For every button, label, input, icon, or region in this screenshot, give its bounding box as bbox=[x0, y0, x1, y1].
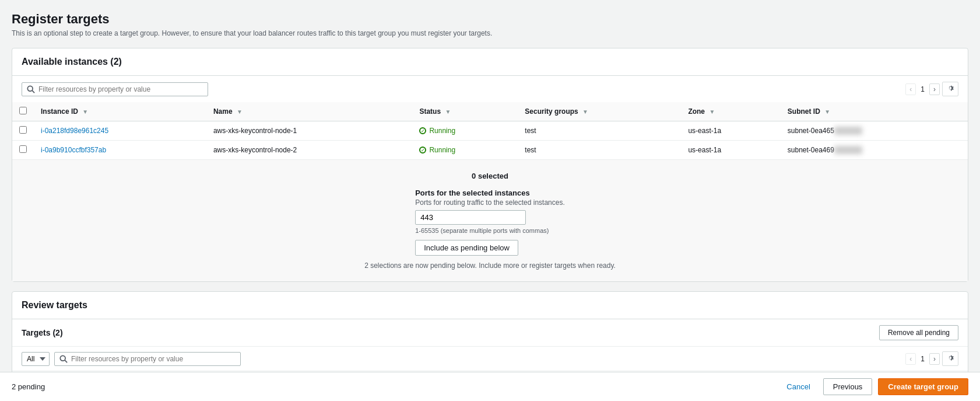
sort-icon-name: ▼ bbox=[237, 109, 243, 115]
available-instances-header: Available instances (2) bbox=[12, 48, 968, 76]
row-checkbox[interactable] bbox=[19, 126, 27, 134]
col-name: Name ▼ bbox=[206, 102, 413, 121]
previous-button[interactable]: Previous bbox=[823, 378, 873, 395]
instances-pagination: ‹ 1 › bbox=[905, 82, 958, 96]
targets-search-input[interactable] bbox=[71, 355, 236, 363]
col-security-groups: Security groups ▼ bbox=[518, 102, 681, 121]
row-zone: us-east-1a bbox=[681, 141, 780, 160]
targets-filter-select[interactable]: All bbox=[22, 352, 50, 366]
available-instances-title: Available instances (2) bbox=[22, 57, 122, 67]
instances-header-row: Instance ID ▼ Name ▼ Status ▼ Security g… bbox=[12, 102, 968, 121]
subnet-blurred: xxxxxxxx bbox=[834, 146, 862, 154]
review-targets-title: Review targets bbox=[22, 300, 87, 310]
cancel-button[interactable]: Cancel bbox=[779, 379, 817, 395]
create-target-group-button[interactable]: Create target group bbox=[878, 378, 968, 395]
instances-page-num: 1 bbox=[918, 85, 927, 93]
svg-point-0 bbox=[27, 86, 33, 91]
instances-search-box[interactable] bbox=[22, 82, 208, 96]
targets-next-btn[interactable]: › bbox=[929, 353, 940, 365]
instances-thead: Instance ID ▼ Name ▼ Status ▼ Security g… bbox=[12, 102, 968, 121]
gear-icon bbox=[946, 84, 954, 92]
targets-label: Targets (2) bbox=[22, 328, 63, 337]
available-instances-card: Available instances (2) ‹ bbox=[12, 48, 968, 282]
targets-toolbar: Targets (2) Remove all pending bbox=[12, 319, 968, 347]
targets-page-num: 1 bbox=[918, 355, 927, 363]
row-checkbox-cell bbox=[12, 141, 34, 160]
pending-hint: 2 selections are now pending below. Incl… bbox=[24, 261, 956, 270]
targets-gear-icon bbox=[946, 354, 954, 362]
targets-search-icon bbox=[59, 355, 68, 363]
svg-point-2 bbox=[60, 355, 65, 361]
sort-icon-sg: ▼ bbox=[582, 109, 588, 115]
row-status: Running bbox=[412, 141, 518, 160]
col-instance-id: Instance ID ▼ bbox=[34, 102, 206, 121]
instances-prev-btn[interactable]: ‹ bbox=[905, 83, 916, 95]
status-icon bbox=[419, 147, 426, 154]
row-checkbox[interactable] bbox=[19, 145, 27, 153]
row-security-groups: test bbox=[518, 121, 681, 141]
remove-all-pending-button[interactable]: Remove all pending bbox=[879, 325, 958, 340]
targets-pagination: ‹ 1 › bbox=[905, 351, 958, 366]
selected-section: 0 selected Ports for the selected instan… bbox=[12, 159, 968, 281]
ports-label: Ports for the selected instances bbox=[415, 189, 565, 197]
page-subtitle: This is an optional step to create a tar… bbox=[12, 29, 968, 37]
row-instance-id: i-0a9b910ccfbf357ab bbox=[34, 141, 206, 160]
svg-line-1 bbox=[32, 90, 34, 93]
row-checkbox-cell bbox=[12, 121, 34, 141]
page-title: Register targets bbox=[12, 12, 968, 27]
targets-settings-btn[interactable] bbox=[942, 351, 958, 366]
status-icon bbox=[419, 127, 426, 134]
row-subnet-id: subnet-0ea465xxxxxxxx bbox=[781, 121, 968, 141]
select-all-header bbox=[12, 102, 34, 121]
select-all-checkbox[interactable] bbox=[19, 107, 27, 114]
row-name: aws-xks-keycontrol-node-1 bbox=[206, 121, 413, 141]
row-status: Running bbox=[412, 121, 518, 141]
col-subnet-id: Subnet ID ▼ bbox=[781, 102, 968, 121]
row-instance-id: i-0a218fd98e961c245 bbox=[34, 121, 206, 141]
status-running: Running bbox=[419, 127, 511, 135]
table-row: i-0a218fd98e961c245 aws-xks-keycontrol-n… bbox=[12, 121, 968, 141]
instances-search-input[interactable] bbox=[38, 85, 203, 93]
port-range-hint: 1-65535 (separate multiple ports with co… bbox=[415, 227, 565, 234]
main-content: Register targets This is an optional ste… bbox=[0, 0, 980, 401]
col-status: Status ▼ bbox=[412, 102, 518, 121]
instances-settings-btn[interactable] bbox=[942, 82, 958, 96]
targets-filter-left: All bbox=[22, 352, 241, 366]
footer-actions: Cancel Previous Create target group bbox=[779, 378, 968, 395]
instances-toolbar-left bbox=[22, 82, 208, 96]
table-row: i-0a9b910ccfbf357ab aws-xks-keycontrol-n… bbox=[12, 141, 968, 160]
row-zone: us-east-1a bbox=[681, 121, 780, 141]
instances-next-btn[interactable]: › bbox=[929, 83, 940, 95]
instances-table: Instance ID ▼ Name ▼ Status ▼ Security g… bbox=[12, 102, 968, 159]
row-security-groups: test bbox=[518, 141, 681, 160]
port-input-row bbox=[415, 210, 565, 225]
targets-filter-toolbar: All ‹ 1 › bbox=[12, 347, 968, 371]
sort-icon-status: ▼ bbox=[445, 109, 451, 115]
targets-prev-btn[interactable]: ‹ bbox=[905, 353, 916, 365]
selected-count: 0 selected bbox=[24, 172, 956, 180]
include-pending-button[interactable]: Include as pending below bbox=[415, 240, 518, 256]
sort-icon-instance-id: ▼ bbox=[82, 109, 88, 115]
instances-tbody: i-0a218fd98e961c245 aws-xks-keycontrol-n… bbox=[12, 121, 968, 160]
search-icon bbox=[27, 85, 35, 93]
status-running: Running bbox=[419, 146, 511, 154]
sort-icon-subnet: ▼ bbox=[824, 109, 830, 115]
ports-sublabel: Ports for routing traffic to the selecte… bbox=[415, 198, 565, 207]
targets-toolbar-left: Targets (2) bbox=[22, 328, 63, 337]
svg-line-3 bbox=[65, 360, 67, 362]
targets-search-box[interactable] bbox=[54, 352, 241, 366]
subnet-blurred: xxxxxxxx bbox=[834, 127, 862, 135]
page-wrapper: Register targets This is an optional ste… bbox=[0, 0, 980, 401]
sort-icon-zone: ▼ bbox=[709, 109, 715, 115]
review-targets-header: Review targets bbox=[12, 292, 968, 319]
instances-toolbar: ‹ 1 › bbox=[12, 76, 968, 102]
col-zone: Zone ▼ bbox=[681, 102, 780, 121]
pending-count: 2 pending bbox=[12, 382, 45, 391]
ports-section: Ports for the selected instances Ports f… bbox=[415, 189, 565, 256]
row-subnet-id: subnet-0ea469xxxxxxxx bbox=[781, 141, 968, 160]
footer: 2 pending Cancel Previous Create target … bbox=[0, 372, 980, 401]
port-input[interactable] bbox=[415, 210, 526, 225]
row-name: aws-xks-keycontrol-node-2 bbox=[206, 141, 413, 160]
